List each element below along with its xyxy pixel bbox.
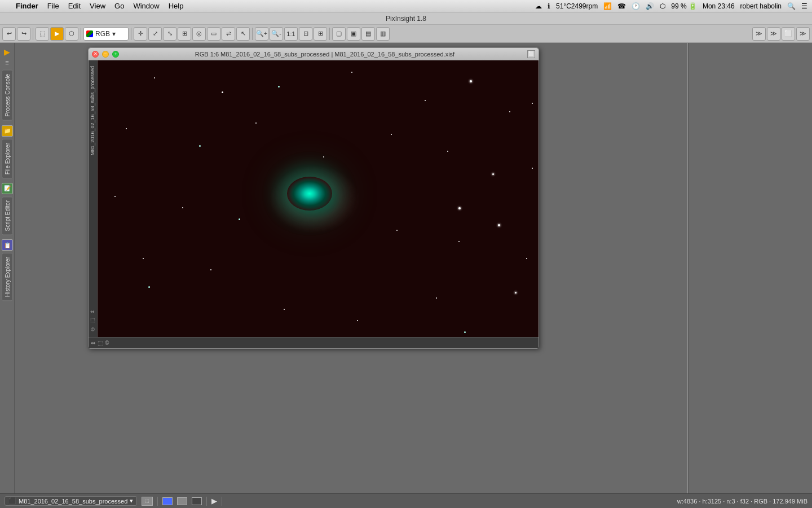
undo-button[interactable]: ↩ bbox=[2, 27, 16, 41]
image-label-area: M81_2016_02_16_58_subs_processed ⇔ ⬚ © bbox=[89, 60, 539, 337]
extra-button-3[interactable]: ≫ bbox=[796, 27, 810, 41]
search-icon[interactable]: 🔍 bbox=[787, 2, 796, 10]
status-info: w:4836 · h:3125 · n:3 · f32 · RGB · 172.… bbox=[677, 498, 807, 505]
dropdown-arrow: ▾ bbox=[112, 30, 116, 38]
cpu-temp: 51°C2499rpm bbox=[556, 2, 598, 10]
status-filename-box: ⬛ M81_2016_02_16_58_subs_processed ▾ bbox=[5, 496, 137, 506]
toolbar-separator-5 bbox=[329, 28, 330, 40]
datetime: Mon 23:46 bbox=[703, 2, 735, 10]
menu-edit[interactable]: Edit bbox=[64, 0, 85, 12]
color-channel-gray[interactable] bbox=[177, 497, 187, 505]
window-minimize-button[interactable]: − bbox=[102, 51, 109, 58]
star bbox=[199, 145, 201, 147]
status-separator-1 bbox=[157, 497, 158, 506]
vert-icon-2[interactable]: ⬚ bbox=[90, 317, 95, 323]
menu-file[interactable]: File bbox=[43, 0, 64, 12]
expand-button[interactable]: ⤢ bbox=[148, 27, 162, 41]
image-bottom-icon-2[interactable]: ⬚ bbox=[98, 340, 103, 346]
zoom-1-button[interactable]: 1:1 bbox=[284, 27, 298, 41]
sidebar-icon-folder[interactable]: 📁 bbox=[2, 125, 13, 137]
menu-view[interactable]: View bbox=[85, 0, 110, 12]
clock-icon[interactable]: 🕐 bbox=[632, 2, 640, 10]
volume-icon[interactable]: 🔊 bbox=[646, 2, 654, 10]
star bbox=[278, 86, 280, 87]
pointer-button[interactable]: ↖ bbox=[236, 27, 250, 41]
crosshair-button[interactable]: ✛ bbox=[134, 27, 147, 41]
color-channel-dark[interactable] bbox=[192, 497, 202, 505]
image-bottom-icon-1[interactable]: ⇔ bbox=[91, 340, 95, 346]
vert-icon-1[interactable]: ⇔ bbox=[90, 309, 95, 314]
color-mode-dropdown[interactable]: RGB ▾ bbox=[83, 27, 129, 41]
frame3-button[interactable]: ▤ bbox=[361, 27, 375, 41]
video-button[interactable]: ▶ bbox=[50, 27, 64, 41]
zoom-fill-button[interactable]: ⊞ bbox=[314, 27, 327, 41]
display-button[interactable]: ⬜ bbox=[782, 27, 795, 41]
sidebar-tab-script-editor[interactable]: Script Editor bbox=[2, 196, 13, 235]
menu-window[interactable]: Window bbox=[129, 0, 164, 12]
play-button[interactable]: ▶ bbox=[211, 497, 217, 505]
status-separator-2 bbox=[206, 497, 207, 506]
star bbox=[210, 269, 211, 270]
wifi-icon[interactable]: 📶 bbox=[603, 2, 612, 10]
status-separator-3 bbox=[222, 497, 222, 506]
zoom-in-button[interactable]: 🔍+ bbox=[255, 27, 268, 41]
zoom-fit-button[interactable]: ⊡ bbox=[299, 27, 312, 41]
vert-icon-3[interactable]: © bbox=[91, 327, 95, 332]
frame4-button[interactable]: ▥ bbox=[376, 27, 390, 41]
right-divider bbox=[687, 43, 688, 493]
sidebar-tab-history-explorer[interactable]: History Explorer bbox=[2, 253, 13, 301]
grid-button[interactable]: ⊞ bbox=[178, 27, 191, 41]
dropbox-icon[interactable]: ☁ bbox=[535, 2, 542, 10]
zoom-out-button[interactable]: 🔍- bbox=[270, 27, 283, 41]
window-expand-button[interactable]: ⬜ bbox=[527, 50, 535, 58]
menu-finder[interactable]: Finder bbox=[11, 0, 43, 12]
image-bottom-icon-3[interactable]: © bbox=[105, 340, 109, 346]
image-label-text: M81_2016_02_16_58_subs_processed bbox=[90, 66, 95, 155]
window-maximize-button[interactable]: + bbox=[112, 51, 119, 58]
window-button[interactable]: ⬚ bbox=[36, 27, 49, 41]
extra-button-1[interactable]: ≫ bbox=[752, 27, 766, 41]
star bbox=[255, 122, 257, 124]
star bbox=[391, 134, 392, 135]
menu-go[interactable]: Go bbox=[110, 0, 129, 12]
mirror-button[interactable]: ⇌ bbox=[222, 27, 235, 41]
image-window-bottom: ⇔ ⬚ © bbox=[89, 337, 539, 348]
extra-button-2[interactable]: ≫ bbox=[767, 27, 780, 41]
menu-help[interactable]: Help bbox=[164, 0, 188, 12]
sidebar-tab-file-explorer[interactable]: File Explorer bbox=[2, 139, 13, 178]
star bbox=[436, 297, 437, 299]
sidebar-icon-1[interactable]: ≡ bbox=[2, 58, 12, 68]
window-close-button[interactable]: ✕ bbox=[92, 51, 99, 58]
circle-button[interactable]: ◎ bbox=[192, 27, 206, 41]
main-toolbar: ↩ ↪ ⬚ ▶ ⬡ RGB ▾ ✛ ⤢ ⤡ ⊞ ◎ ▭ ⇌ ↖ 🔍+ 🔍- 1:… bbox=[0, 25, 812, 43]
star bbox=[532, 168, 533, 169]
color-channel-blue[interactable] bbox=[162, 497, 173, 505]
menu-list-icon[interactable]: ☰ bbox=[801, 2, 807, 10]
star bbox=[509, 111, 510, 112]
shrink-button[interactable]: ⤡ bbox=[163, 27, 176, 41]
astro-image[interactable] bbox=[98, 60, 539, 337]
rgb-icon bbox=[86, 30, 93, 37]
status-file-icon: ⬛ bbox=[8, 497, 16, 505]
sidebar-icon-script[interactable]: 📝 bbox=[2, 183, 13, 194]
battery-status: 99 % 🔋 bbox=[671, 2, 697, 10]
info-icon[interactable]: ℹ bbox=[548, 2, 550, 10]
star bbox=[114, 196, 116, 197]
content-area: ✕ − + RGB 1:6 M81_2016_02_16_58_subs_pro… bbox=[15, 43, 688, 493]
sidebar-icon-history[interactable]: 📋 bbox=[2, 239, 13, 251]
phone-icon[interactable]: ☎ bbox=[617, 2, 626, 10]
sidebar-arrow[interactable]: ▶ bbox=[4, 47, 10, 56]
sidebar-tab-process-console[interactable]: Process Console bbox=[2, 70, 13, 121]
rect-button[interactable]: ▭ bbox=[207, 27, 220, 41]
thumbnail-box[interactable]: ⬚ bbox=[142, 497, 153, 506]
bluetooth-icon[interactable]: ⬡ bbox=[660, 2, 665, 10]
left-sidebar: ▶ ≡ Process Console 📁 File Explorer 📝 Sc… bbox=[0, 43, 15, 493]
redo-button[interactable]: ↪ bbox=[17, 27, 30, 41]
image-titlebar: ✕ − + RGB 1:6 M81_2016_02_16_58_subs_pro… bbox=[89, 48, 539, 60]
star bbox=[492, 173, 494, 175]
frame2-button[interactable]: ▣ bbox=[347, 27, 360, 41]
star bbox=[498, 224, 500, 226]
status-dropdown-arrow[interactable]: ▾ bbox=[130, 497, 133, 505]
process-button[interactable]: ⬡ bbox=[65, 27, 78, 41]
frame-button[interactable]: ▢ bbox=[332, 27, 346, 41]
